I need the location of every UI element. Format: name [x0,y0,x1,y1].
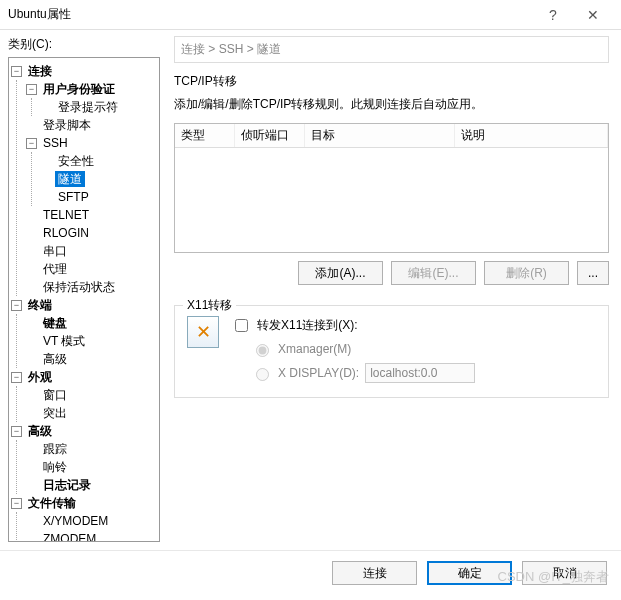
x11-forward-input[interactable] [235,319,248,332]
category-label: 类别(C): [8,36,160,53]
tree-security[interactable]: 安全性 [55,153,97,169]
x11-forward-checkbox[interactable]: 转发X11连接到(X): [231,316,475,335]
close-icon[interactable]: ✕ [573,7,613,23]
x11-display-radio[interactable]: X DISPLAY(D): [251,363,475,383]
collapse-icon[interactable]: − [11,498,22,509]
settings-pane: 连接 > SSH > 隧道 TCP/IP转移 添加/编辑/删除TCP/IP转移规… [168,30,621,550]
collapse-icon[interactable]: − [26,84,37,95]
remove-button[interactable]: 删除(R) [484,261,569,285]
add-button[interactable]: 添加(A)... [298,261,383,285]
tree-keyboard[interactable]: 键盘 [40,315,70,331]
col-type[interactable]: 类型 [175,124,235,147]
table-header: 类型 侦听端口 目标 说明 [175,124,608,148]
tree-advanced2[interactable]: 高级 [25,423,55,439]
tree-telnet[interactable]: TELNET [40,207,92,223]
category-pane: 类别(C): −连接 −用户身份验证 登录提示符 登录脚本 −SSH 安全性 隧… [0,30,168,550]
tree-advanced[interactable]: 高级 [40,351,70,367]
tree-logging[interactable]: 日志记录 [40,477,94,493]
connect-button[interactable]: 连接 [332,561,417,585]
x11-display-label: X DISPLAY(D): [278,366,359,380]
breadcrumb: 连接 > SSH > 隧道 [174,36,609,63]
tree-ssh[interactable]: SSH [40,135,71,151]
col-desc[interactable]: 说明 [455,124,608,147]
tree-filetransfer[interactable]: 文件传输 [25,495,79,511]
dialog-content: 类别(C): −连接 −用户身份验证 登录提示符 登录脚本 −SSH 安全性 隧… [0,30,621,550]
collapse-icon[interactable]: − [26,138,37,149]
tree-login-prompt[interactable]: 登录提示符 [55,99,121,115]
more-button[interactable]: ... [577,261,609,285]
table-buttons: 添加(A)... 编辑(E)... 删除(R) ... [174,261,609,285]
tcpip-desc: 添加/编辑/删除TCP/IP转移规则。此规则连接后自动应用。 [174,96,609,113]
titlebar: Ubuntu属性 ? ✕ [0,0,621,30]
collapse-icon[interactable]: − [11,372,22,383]
help-icon[interactable]: ? [533,7,573,23]
x11-xmanager-radio[interactable]: Xmanager(M) [251,341,475,357]
x11-icon: ✕ [187,316,219,348]
dialog-footer: 连接 确定 取消 [0,550,621,595]
ok-button[interactable]: 确定 [427,561,512,585]
collapse-icon[interactable]: − [11,426,22,437]
tree-auth[interactable]: 用户身份验证 [40,81,118,97]
tree-keepalive[interactable]: 保持活动状态 [40,279,118,295]
x11-display-input[interactable] [256,368,269,381]
x11-group: X11转移 ✕ 转发X11连接到(X): Xmanager(M) X DISPL… [174,305,609,398]
collapse-icon[interactable]: − [11,66,22,77]
x11-title: X11转移 [183,297,236,314]
category-tree[interactable]: −连接 −用户身份验证 登录提示符 登录脚本 −SSH 安全性 隧道 SFTP … [8,57,160,542]
tree-xymodem[interactable]: X/YMODEM [40,513,111,529]
tree-tunnel[interactable]: 隧道 [55,171,85,187]
tree-proxy[interactable]: 代理 [40,261,70,277]
tree-connection[interactable]: 连接 [25,63,55,79]
x11-forward-label: 转发X11连接到(X): [257,317,358,334]
tree-login-script[interactable]: 登录脚本 [40,117,94,133]
tree-serial[interactable]: 串口 [40,243,70,259]
tree-highlight[interactable]: 突出 [40,405,70,421]
tree-trace[interactable]: 跟踪 [40,441,70,457]
tree-zmodem[interactable]: ZMODEM [40,531,99,542]
collapse-icon[interactable]: − [11,300,22,311]
tree-vtmode[interactable]: VT 模式 [40,333,88,349]
tcpip-title: TCP/IP转移 [174,73,609,90]
rules-table[interactable]: 类型 侦听端口 目标 说明 [174,123,609,253]
window-title: Ubuntu属性 [8,6,533,23]
x11-display-field[interactable] [365,363,475,383]
x11-xmanager-input[interactable] [256,344,269,357]
cancel-button[interactable]: 取消 [522,561,607,585]
tree-window[interactable]: 窗口 [40,387,70,403]
tree-appearance[interactable]: 外观 [25,369,55,385]
x11-xmanager-label: Xmanager(M) [278,342,351,356]
col-dest[interactable]: 目标 [305,124,455,147]
tree-terminal[interactable]: 终端 [25,297,55,313]
tree-sftp[interactable]: SFTP [55,189,92,205]
tree-rlogin[interactable]: RLOGIN [40,225,92,241]
edit-button[interactable]: 编辑(E)... [391,261,476,285]
col-port[interactable]: 侦听端口 [235,124,305,147]
tree-bell[interactable]: 响铃 [40,459,70,475]
